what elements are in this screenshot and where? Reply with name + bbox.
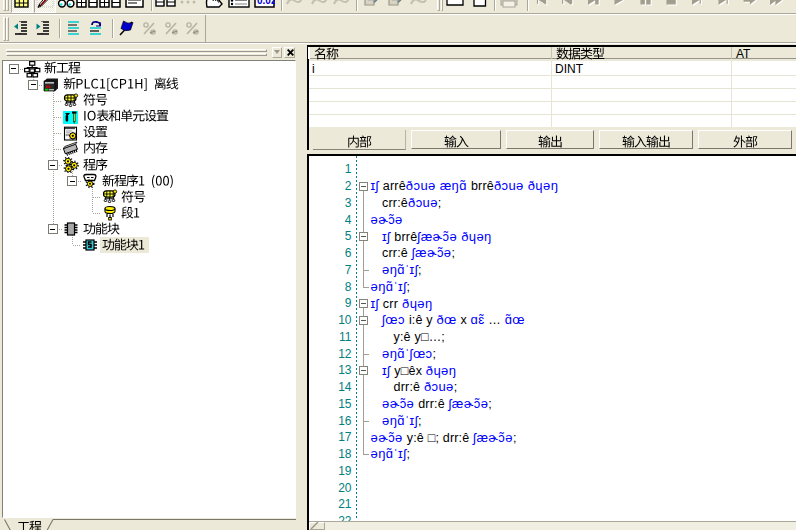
svg-text:0.02: 0.02 — [257, 0, 275, 6]
